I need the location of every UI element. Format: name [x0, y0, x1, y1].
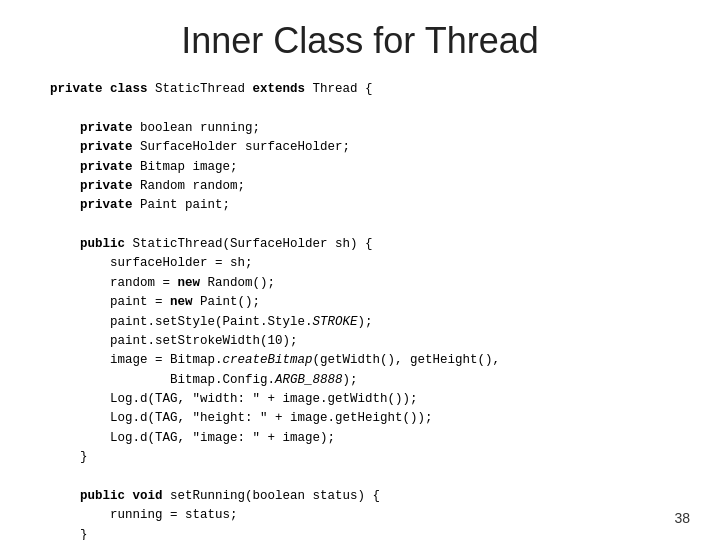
slide-title: Inner Class for Thread	[40, 20, 680, 62]
page-number: 38	[674, 510, 690, 526]
code-block: private class StaticThread extends Threa…	[40, 80, 680, 540]
slide-container: Inner Class for Thread private class Sta…	[0, 0, 720, 540]
